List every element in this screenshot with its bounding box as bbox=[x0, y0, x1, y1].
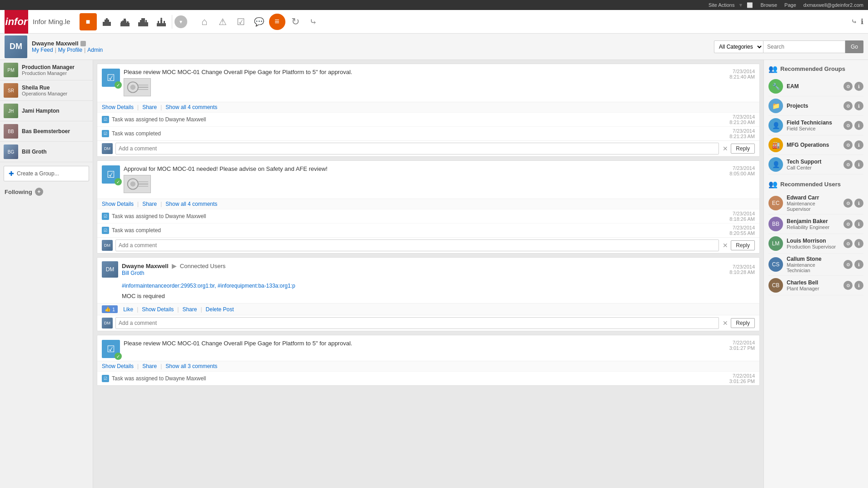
refresh-nav-btn[interactable]: ↻ bbox=[287, 14, 304, 30]
show-details-link[interactable]: Show Details bbox=[102, 363, 134, 369]
comment-input[interactable] bbox=[115, 239, 719, 251]
group-settings-btn[interactable]: ⚙ bbox=[843, 82, 853, 91]
my-profile-link[interactable]: My Profile bbox=[58, 47, 82, 53]
linked-user-link[interactable]: Bill Groth bbox=[122, 270, 144, 276]
list-nav-btn[interactable]: ≡ bbox=[269, 14, 285, 30]
user-actions: ⚙ ℹ bbox=[843, 281, 863, 290]
nav-app-factory1[interactable] bbox=[99, 14, 115, 30]
group-info-btn[interactable]: ℹ bbox=[854, 101, 863, 110]
show-details-link[interactable]: Show Details bbox=[102, 104, 134, 110]
my-feed-link[interactable]: My Feed bbox=[32, 47, 53, 53]
group-item-eam: 🔧 EAM ⚙ ℹ bbox=[768, 77, 863, 96]
user-email-link[interactable]: dxmaxwell@gdeinfor2.com bbox=[803, 2, 863, 8]
user-info-btn[interactable]: ℹ bbox=[854, 239, 863, 248]
user-settings-btn[interactable]: ⚙ bbox=[843, 219, 853, 229]
comment-clear-icon[interactable]: ✕ bbox=[723, 319, 728, 327]
like-link[interactable]: Like bbox=[123, 306, 133, 313]
group-info-btn[interactable]: ℹ bbox=[854, 82, 863, 91]
sidebar-avatar: JH bbox=[4, 104, 18, 118]
user-info-btn[interactable]: ℹ bbox=[854, 199, 863, 208]
delete-post-link[interactable]: Delete Post bbox=[206, 306, 234, 313]
comment-clear-icon[interactable]: ✕ bbox=[723, 145, 728, 152]
group-info-btn[interactable]: ℹ bbox=[854, 160, 863, 169]
following-add-button[interactable]: + bbox=[35, 188, 43, 196]
group-settings-btn[interactable]: ⚙ bbox=[843, 160, 853, 169]
search-go-button[interactable]: Go bbox=[845, 40, 863, 53]
user-settings-btn[interactable]: ⚙ bbox=[843, 260, 853, 269]
feed-message: Please review MOC MOC-01 Change Overall … bbox=[124, 340, 710, 347]
svg-rect-8 bbox=[121, 21, 123, 23]
user-settings-btn[interactable]: ⚙ bbox=[843, 199, 853, 208]
user-info-btn[interactable]: ℹ bbox=[854, 219, 863, 229]
reply-button[interactable]: Reply bbox=[731, 240, 755, 250]
nav-app-orange[interactable]: ■ bbox=[80, 13, 97, 30]
svg-point-28 bbox=[130, 181, 136, 187]
nav-dropdown[interactable]: ▾ bbox=[175, 15, 187, 28]
nav-app-factory3[interactable] bbox=[135, 14, 151, 30]
top-page-icon[interactable]: ⬜ bbox=[747, 2, 753, 8]
home-nav-btn[interactable]: ⌂ bbox=[196, 14, 213, 30]
sidebar-user-name: Bas Beemsterboer bbox=[22, 128, 70, 134]
nav-app-factory2[interactable] bbox=[117, 14, 133, 30]
create-group-button[interactable]: ✚ Create a Group... bbox=[4, 166, 89, 181]
alert-nav-btn[interactable]: ⚠ bbox=[215, 14, 231, 30]
admin-link[interactable]: Admin bbox=[87, 47, 103, 53]
user-settings-btn[interactable]: ⚙ bbox=[843, 281, 853, 290]
task-nav-btn[interactable]: ☑ bbox=[233, 14, 249, 30]
show-details-link[interactable]: Show Details bbox=[142, 306, 174, 313]
show-details-link[interactable]: Show Details bbox=[102, 201, 134, 207]
share-link[interactable]: Share bbox=[142, 363, 157, 369]
comment-input[interactable] bbox=[115, 317, 719, 329]
user-role: Reliability Engineer bbox=[787, 224, 840, 230]
user-settings-btn[interactable]: ⚙ bbox=[843, 239, 853, 248]
site-actions-link[interactable]: Site Actions bbox=[708, 2, 734, 8]
sidebar-user-name: Jami Hampton bbox=[22, 108, 60, 114]
group-actions: ⚙ ℹ bbox=[843, 160, 863, 169]
like-count: 1 bbox=[112, 307, 115, 312]
sidebar-user-item[interactable]: BB Bas Beemsterboer bbox=[0, 121, 93, 142]
share-link[interactable]: Share bbox=[182, 306, 197, 313]
recommended-users-label: Recommended Users bbox=[780, 181, 841, 188]
show-all-comments-link[interactable]: Show all 4 comments bbox=[165, 201, 217, 207]
hashtag-link[interactable]: #informaintenanceorder:29953:org1:br, #i… bbox=[122, 283, 295, 289]
sidebar-avatar: BG bbox=[4, 144, 18, 159]
user-role: Maintenance Supervisor bbox=[787, 201, 840, 212]
sidebar-user-item[interactable]: BG Bill Groth bbox=[0, 142, 93, 162]
infor-logo: infor bbox=[5, 10, 28, 34]
user-info-btn[interactable]: ℹ bbox=[854, 260, 863, 269]
nav-app-factory4[interactable] bbox=[153, 14, 170, 30]
comment-input[interactable] bbox=[115, 143, 719, 154]
completed-check-icon: ✓ bbox=[115, 353, 122, 360]
group-settings-btn[interactable]: ⚙ bbox=[843, 101, 853, 110]
user-info-btn[interactable]: ℹ bbox=[854, 281, 863, 290]
share-nav-btn[interactable]: ⤷ bbox=[305, 14, 322, 30]
group-settings-btn[interactable]: ⚙ bbox=[843, 121, 853, 130]
search-input[interactable] bbox=[763, 40, 845, 53]
sidebar-user-item[interactable]: JH Jami Hampton bbox=[0, 101, 93, 121]
show-all-comments-link[interactable]: Show all 4 comments bbox=[165, 104, 217, 110]
group-info-btn[interactable]: ℹ bbox=[854, 121, 863, 130]
share-link[interactable]: Share bbox=[142, 201, 157, 207]
svg-rect-0 bbox=[103, 22, 111, 26]
browse-link[interactable]: Browse bbox=[760, 2, 777, 8]
comment-clear-icon[interactable]: ✕ bbox=[723, 242, 728, 249]
reply-button[interactable]: Reply bbox=[731, 318, 755, 328]
group-info-btn[interactable]: ℹ bbox=[854, 140, 863, 149]
user-avatar: DM bbox=[5, 35, 27, 58]
feed-actions: Show Details | Share | Show all 3 commen… bbox=[97, 361, 759, 371]
page-link[interactable]: Page bbox=[784, 2, 796, 8]
completed-check-icon: ✓ bbox=[115, 81, 122, 89]
top-share-icon[interactable]: ⤷ bbox=[851, 17, 857, 26]
show-all-comments-link[interactable]: Show all 3 comments bbox=[165, 363, 217, 369]
top-info-icon[interactable]: ℹ bbox=[861, 17, 863, 26]
user-actions: ⚙ ℹ bbox=[843, 239, 863, 248]
chat-nav-btn[interactable]: 💬 bbox=[251, 14, 267, 30]
sidebar-user-item[interactable]: SR Sheila Rue Operations Manager bbox=[0, 80, 93, 101]
sidebar-user-item[interactable]: PM Production Manager Production Manager bbox=[0, 60, 93, 80]
share-link[interactable]: Share bbox=[142, 104, 157, 110]
feed-card: DM Dwayne Maxwell ▶ Connected Users Bill… bbox=[97, 257, 760, 331]
search-category-select[interactable]: All Categories bbox=[714, 40, 763, 53]
reply-button[interactable]: Reply bbox=[731, 144, 755, 154]
group-settings-btn[interactable]: ⚙ bbox=[843, 140, 853, 149]
following-header: Following + bbox=[0, 185, 93, 199]
